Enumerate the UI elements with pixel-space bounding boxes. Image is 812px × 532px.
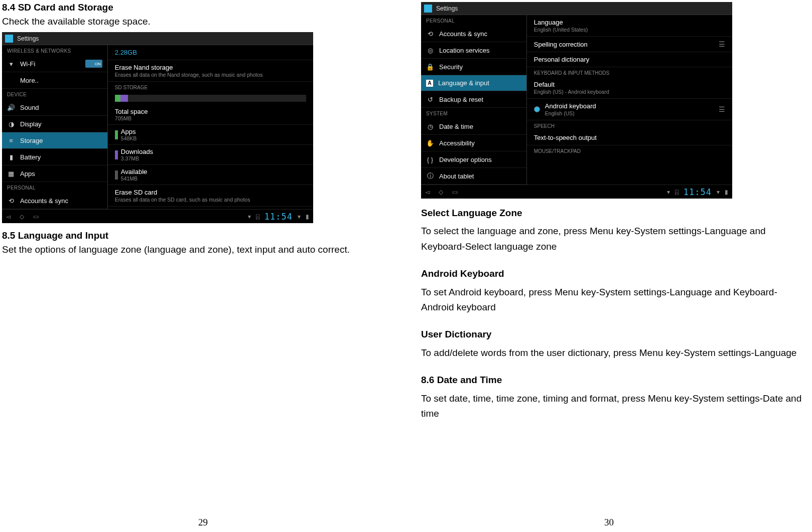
sidebar-item-accessibility[interactable]: ✋ Accessibility <box>421 135 526 151</box>
sidebar-item-developer[interactable]: { } Developer options <box>421 151 526 168</box>
swatch-apps <box>115 130 118 139</box>
row-android-kb[interactable]: Android keyboard English (US) ☰ <box>527 99 732 120</box>
row-downloads[interactable]: Downloads 3.37MB <box>108 145 313 165</box>
wifi-icon: ▾ <box>7 60 15 68</box>
clock: 11:54 <box>684 187 712 197</box>
system-navbar: ◅ ◇ ▭ ▾ ⍓ 11:54 ▾ ▮ <box>421 185 732 199</box>
sidebar-item-sound[interactable]: 🔊 Sound <box>2 99 107 116</box>
display-icon: ◑ <box>7 120 15 128</box>
tune-icon[interactable]: ☰ <box>719 40 725 48</box>
section-mouse: MOUSE/TRACKPAD <box>527 145 732 155</box>
sidebar-item-wifi[interactable]: ▾ Wi-Fi ON <box>2 56 107 72</box>
usb-icon: ⍓ <box>675 189 679 196</box>
total-title: Total space <box>115 108 148 115</box>
sidebar-item-display[interactable]: ◑ Display <box>2 116 107 132</box>
dev-label: Developer options <box>439 156 492 163</box>
text-8-6: To set date, time, time zone, timing and… <box>421 391 802 422</box>
row-tts[interactable]: Text-to-speech output <box>527 130 732 145</box>
section-speech: SPEECH <box>527 120 732 130</box>
more-icon <box>7 76 15 84</box>
sidebar-item-location[interactable]: ◎ Location services <box>421 42 526 59</box>
sidebar-item-about[interactable]: ⓘ About tablet <box>421 168 526 185</box>
page-left: 8.4 SD Card and Storage Check the availa… <box>0 0 406 532</box>
wifi-toggle[interactable]: ON <box>85 60 102 68</box>
heading-8-4: 8.4 SD Card and Storage <box>2 2 396 13</box>
storage-icon: ≡ <box>7 136 15 144</box>
cat-wireless: WIRELESS & NETWORKS <box>2 45 107 56</box>
battery-label: Battery <box>20 153 41 161</box>
settings-sidebar: PERSONAL ⟲ Accounts & sync ◎ Location se… <box>421 15 527 185</box>
wifi-status-icon: ▾ <box>298 213 301 220</box>
location-label: Location services <box>439 47 489 54</box>
cat-personal: PERSONAL <box>421 15 526 26</box>
battery-status-icon: ▮ <box>306 213 309 220</box>
title-text: Settings <box>17 35 39 42</box>
back-icon[interactable]: ◅ <box>425 189 430 196</box>
sidebar-item-more[interactable]: More.. <box>2 72 107 89</box>
heading-select-language: Select Language Zone <box>421 206 802 221</box>
recent-icon[interactable]: ▭ <box>33 213 39 220</box>
used-value: 2.28GB <box>115 49 306 56</box>
tts-title: Text-to-speech output <box>534 134 725 141</box>
sidebar-item-battery[interactable]: ▮ Battery <box>2 149 107 165</box>
page-right: Settings PERSONAL ⟲ Accounts & sync ◎ Lo… <box>406 0 812 532</box>
sidebar-item-date[interactable]: ◷ Date & time <box>421 118 526 135</box>
def-sub: English (US) - Android keyboard <box>534 89 725 95</box>
backup-icon: ↺ <box>426 95 434 103</box>
recent-icon[interactable]: ▭ <box>452 189 458 196</box>
settings-icon <box>424 5 432 13</box>
sidebar-item-security[interactable]: 🔒 Security <box>421 59 526 75</box>
access-label: Accessibility <box>439 139 475 147</box>
sidebar-item-storage[interactable]: ≡ Storage <box>2 132 107 149</box>
text-android-keyboard: To set Android keyboard, press Menu key-… <box>421 285 802 315</box>
total-sub: 705MB <box>115 115 148 121</box>
sidebar-item-apps[interactable]: ▦ Apps <box>2 165 107 182</box>
and-title: Android keyboard <box>545 102 719 110</box>
row-language[interactable]: Language English (United States) <box>527 15 732 37</box>
tune-icon[interactable]: ☰ <box>719 105 725 113</box>
storage-bar <box>108 92 313 105</box>
home-icon[interactable]: ◇ <box>20 213 24 220</box>
erase-nand-sub: Erases all data on the Nand storage, suc… <box>115 72 306 78</box>
sidebar-item-backup[interactable]: ↺ Backup & reset <box>421 91 526 108</box>
page-number-right: 30 <box>406 517 812 528</box>
text-user-dictionary: To add/delete words from the user dictio… <box>421 345 802 361</box>
language-icon: A <box>426 80 433 87</box>
radio-checked-icon[interactable] <box>534 106 540 112</box>
dict-title: Personal dictionary <box>534 56 725 63</box>
language-label: Language & input <box>438 79 489 87</box>
erase-sd-sub: Erases all data on the SD card, such as … <box>115 197 306 203</box>
wifi-status-icon: ▾ <box>717 189 720 196</box>
settings-icon <box>5 35 13 43</box>
back-icon[interactable]: ◅ <box>6 213 11 220</box>
row-erase-sd[interactable]: Erase SD card Erases all data on the SD … <box>108 185 313 207</box>
sidebar-item-accounts[interactable]: ⟲ Accounts & sync <box>2 193 107 209</box>
page-number-left: 29 <box>0 517 406 528</box>
sidebar-item-language[interactable]: A Language & input <box>421 75 526 91</box>
lang-sub: English (United States) <box>534 27 725 33</box>
row-dictionary[interactable]: Personal dictionary <box>527 52 732 67</box>
cat-personal: PERSONAL <box>2 182 107 193</box>
wifi-label: Wi-Fi <box>20 60 35 68</box>
apps-icon: ▦ <box>7 169 15 178</box>
row-spelling[interactable]: Spelling correction ☰ <box>527 37 732 52</box>
row-erase-nand[interactable]: Erase Nand storage Erases all data on th… <box>108 60 313 82</box>
text-select-language: To select the language and zone, press M… <box>421 224 802 254</box>
erase-nand-title: Erase Nand storage <box>115 64 306 71</box>
display-label: Display <box>20 120 42 128</box>
backup-label: Backup & reset <box>439 96 483 103</box>
screenshot-storage: Settings WIRELESS & NETWORKS ▾ Wi-Fi ON … <box>2 32 313 223</box>
vol-icon: ▾ <box>248 213 251 220</box>
sync-icon: ⟲ <box>7 197 15 205</box>
text-8-4: Check the available storage space. <box>2 14 396 29</box>
sidebar-item-accounts[interactable]: ⟲ Accounts & sync <box>421 26 526 42</box>
row-apps[interactable]: Apps 548KB <box>108 125 313 145</box>
text-8-5: Set the options of language zone (langua… <box>2 242 396 257</box>
row-total[interactable]: Total space 705MB <box>108 105 313 125</box>
cat-device: DEVICE <box>2 89 107 99</box>
storage-label: Storage <box>20 137 43 144</box>
row-available[interactable]: Available 541MB <box>108 165 313 185</box>
home-icon[interactable]: ◇ <box>439 189 443 196</box>
row-default-kb[interactable]: Default English (US) - Android keyboard <box>527 77 732 99</box>
settings-detail: 2.28GB Erase Nand storage Erases all dat… <box>108 45 313 209</box>
